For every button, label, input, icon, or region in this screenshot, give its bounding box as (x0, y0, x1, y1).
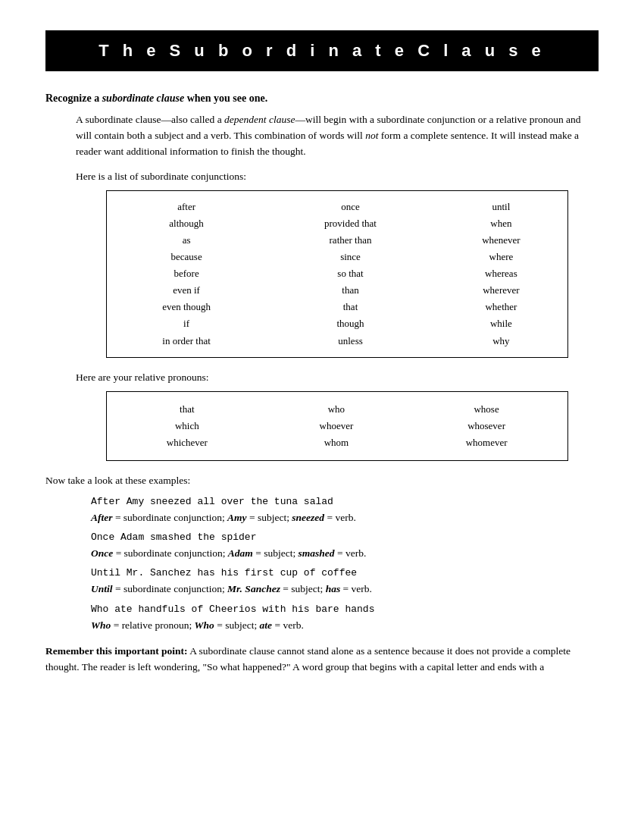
pronoun-table: that which whichever who whoever whom wh… (106, 391, 568, 461)
conjunction-col1: after although as because before even if… (107, 190, 267, 357)
example-analysis-3: Until = subordinate conjunction; Mr. San… (91, 582, 599, 597)
example-sentence-1: After Amy sneezed all over the tuna sala… (91, 496, 599, 507)
examples-intro: Now take a look at these examples: (45, 475, 599, 487)
intro-paragraph: A subordinate clause—also called a depen… (76, 112, 599, 160)
conjunction-col3: until when whenever where whereas wherev… (435, 190, 568, 357)
pronoun-col2: who whoever whom (267, 391, 405, 460)
example-analysis-4: Who = relative pronoun; Who = subject; a… (91, 618, 599, 633)
conjunctions-intro: Here is a list of subordinate conjunctio… (76, 171, 599, 183)
remember-block: Remember this important point: A subordi… (45, 644, 599, 676)
pronouns-intro: Here are your relative pronouns: (76, 372, 599, 384)
example-analysis-1: After = subordinate conjunction; Amy = s… (91, 510, 599, 525)
example-sentence-4: Who ate handfuls of Cheerios with his ba… (91, 604, 599, 615)
example-block-1: After Amy sneezed all over the tuna sala… (91, 496, 599, 525)
pronoun-col1: that which whichever (107, 391, 267, 460)
pronoun-col3: whose whosever whomever (405, 391, 567, 460)
example-block-2: Once Adam smashed the spider Once = subo… (91, 531, 599, 561)
page-title-banner: T h e S u b o r d i n a t e C l a u s e (45, 30, 599, 71)
example-block-4: Who ate handfuls of Cheerios with his ba… (91, 604, 599, 633)
example-sentence-2: Once Adam smashed the spider (91, 531, 599, 543)
example-sentence-3: Until Mr. Sanchez has his first cup of c… (91, 567, 599, 578)
example-analysis-2: Once = subordinate conjunction; Adam = s… (91, 546, 599, 561)
section-heading: Recognize a subordinate clause when you … (45, 92, 599, 105)
example-block-3: Until Mr. Sanchez has his first cup of c… (91, 567, 599, 597)
conjunction-table: after although as because before even if… (106, 190, 568, 358)
conjunction-col2: once provided that rather than since so … (266, 190, 435, 357)
